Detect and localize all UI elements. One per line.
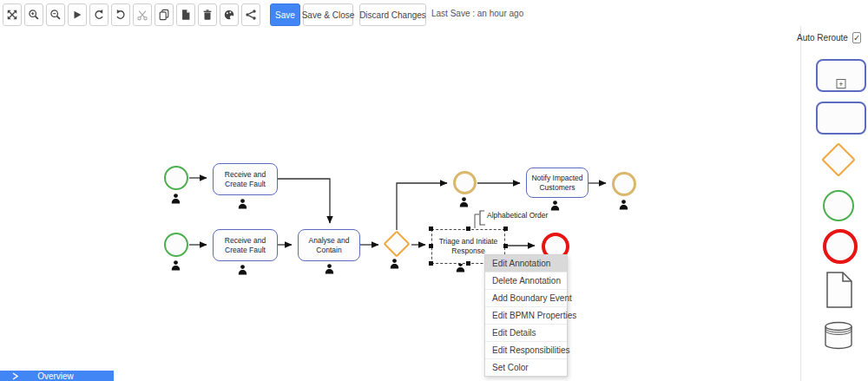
selection-handle[interactable] [466,261,470,266]
person-icon [459,195,469,206]
fit-screen-button[interactable] [3,3,22,26]
delete-button[interactable] [198,3,217,26]
start-event-top[interactable] [164,166,188,190]
color-palette-icon [223,9,235,21]
task-label: Receive and Create Fault [215,170,275,188]
redo-button[interactable] [111,3,130,26]
save-close-button[interactable]: Save & Close [303,3,353,26]
auto-reroute-control: Auto Reroute ✓ [797,32,861,43]
undo-icon [93,9,105,21]
cut-icon [136,9,148,21]
task-label: Analyse and Contain [300,236,358,254]
intermediate-event-right[interactable] [612,172,636,196]
person-icon [171,259,181,269]
menu-item-edit-responsibilities[interactable]: Edit Responsibilities [485,341,567,358]
palette-start-event[interactable] [823,190,854,221]
share-icon [245,9,257,21]
person-icon [171,192,181,202]
task-analyse[interactable]: Analyse and Contain [298,229,360,261]
palette-task[interactable] [816,102,866,135]
menu-item-add-boundary-event[interactable]: Add Boundary Event [485,289,567,306]
task-label: Triage and Initiate Response [434,237,503,255]
task-label: Notify Impacted Customers [529,174,586,192]
overview-label: Overview [18,371,93,381]
connector [397,183,447,230]
selection-handle[interactable] [503,244,508,248]
palette-document[interactable] [826,272,852,308]
share-button[interactable] [241,3,260,26]
menu-item-delete-annotation[interactable]: Delete Annotation [485,272,567,289]
palette-end-event[interactable] [823,229,858,264]
play-icon [71,9,83,21]
start-event-bottom[interactable] [164,233,188,257]
selection-handle[interactable] [429,227,433,231]
task-receive-top[interactable]: Receive and Create Fault [213,163,278,195]
annotation-connector [475,214,479,228]
zoom-in-icon [28,9,40,21]
menu-item-edit-annotation[interactable]: Edit Annotation [485,255,567,272]
selection-handle[interactable] [429,261,433,266]
last-save-text: Last Save : an hour ago [431,9,523,18]
sidebar-divider [800,26,801,381]
copy-icon [158,9,170,21]
menu-item-set-color[interactable]: Set Color [485,358,567,376]
connector [278,179,330,223]
data-store-icon [824,321,853,350]
menu-item-edit-details[interactable]: Edit Details [485,324,567,341]
overview-panel-header[interactable]: Overview [0,371,114,381]
subprocess-plus-icon: + [837,79,846,89]
zoom-out-icon [49,9,62,21]
connector-layer [0,0,868,381]
paste-button[interactable] [176,3,195,26]
person-icon [238,263,247,273]
palette-gateway[interactable] [821,142,856,177]
paste-icon [180,9,192,21]
selection-handle[interactable] [429,244,433,248]
trash-icon [201,9,214,21]
fit-screen-icon [6,9,18,21]
context-menu: Edit Annotation Delete Annotation Add Bo… [484,254,568,377]
auto-reroute-checkbox[interactable]: ✓ [852,32,861,43]
gateway-diamond[interactable] [383,230,410,257]
redo-icon [115,9,127,21]
task-receive-bottom[interactable]: Receive and Create Fault [213,229,278,261]
auto-reroute-label: Auto Reroute [797,33,848,43]
document-icon [826,272,852,308]
cut-button[interactable] [133,3,152,26]
person-icon [238,197,247,207]
selection-handle[interactable] [503,227,508,231]
discard-changes-button[interactable]: Discard Changes [359,3,426,26]
copy-button[interactable] [155,3,174,26]
person-icon [619,198,628,208]
chevron-right-icon [12,372,18,380]
person-icon [325,262,334,273]
menu-item-edit-bpmn-properties[interactable]: Edit BPMN Properties [485,306,567,324]
zoom-out-button[interactable] [46,3,65,26]
text-annotation[interactable]: Alphabetical Order [484,210,550,220]
play-button[interactable] [68,3,87,26]
color-palette-button[interactable] [220,3,239,26]
intermediate-event-left[interactable] [453,171,477,194]
person-icon [550,199,560,209]
zoom-in-button[interactable] [24,3,43,26]
person-icon [390,257,399,267]
selection-handle[interactable] [466,227,470,231]
task-label: Receive and Create Fault [215,236,275,254]
save-button[interactable]: Save [270,3,300,26]
undo-button[interactable] [89,3,108,26]
task-notify[interactable]: Notify Impacted Customers [526,168,589,198]
palette-data-store[interactable] [824,321,853,350]
palette-subprocess[interactable]: + [816,59,866,92]
